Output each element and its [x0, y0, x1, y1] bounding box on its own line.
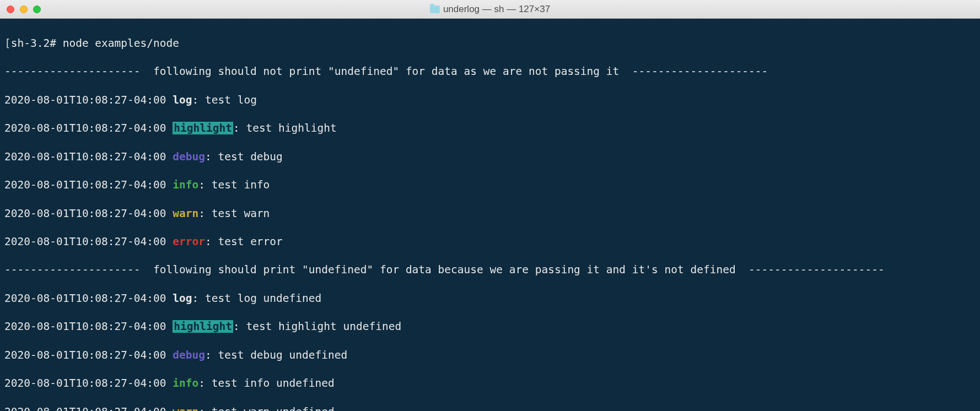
maximize-button[interactable]: [33, 6, 41, 13]
level-debug: debug: [173, 150, 205, 163]
terminal-window: underlog — sh — 127×37 [sh-3.2# node exa…: [0, 0, 980, 411]
log-line: 2020-08-01T10:08:27-04:00 warn: test war…: [4, 405, 976, 411]
close-button[interactable]: [7, 6, 14, 13]
log-line: 2020-08-01T10:08:27-04:00 error: test er…: [4, 235, 976, 249]
log-line: 2020-08-01T10:08:27-04:00 log: test log: [4, 93, 976, 107]
level-debug: debug: [173, 349, 205, 361]
log-line: 2020-08-01T10:08:27-04:00 warn: test war…: [4, 207, 976, 221]
log-line: 2020-08-01T10:08:27-04:00 highlight: tes…: [4, 121, 976, 136]
window-title: underlog — sh — 127×37: [443, 4, 550, 15]
level-error: error: [173, 235, 205, 248]
log-line: 2020-08-01T10:08:27-04:00 debug: test de…: [4, 348, 976, 363]
level-warn: warn: [173, 207, 198, 220]
separator-2: --------------------- following should p…: [4, 263, 976, 277]
log-line: 2020-08-01T10:08:27-04:00 highlight: tes…: [4, 320, 976, 334]
command: node examples/node: [63, 37, 179, 50]
shell-prompt: sh-3.2#: [11, 37, 63, 50]
minimize-button[interactable]: [20, 6, 28, 13]
folder-icon: [430, 6, 440, 13]
level-info: info: [173, 179, 198, 191]
titlebar[interactable]: underlog — sh — 127×37: [0, 0, 980, 19]
level-log: log: [173, 292, 192, 305]
log-line: 2020-08-01T10:08:27-04:00 log: test log …: [4, 291, 976, 306]
separator-1: --------------------- following should n…: [4, 64, 976, 79]
window-title-area: underlog — sh — 127×37: [430, 4, 550, 15]
log-line: 2020-08-01T10:08:27-04:00 info: test inf…: [4, 178, 976, 192]
traffic-lights: [7, 6, 41, 13]
level-highlight: highlight: [173, 320, 233, 333]
level-warn: warn: [173, 405, 198, 411]
terminal-content[interactable]: [sh-3.2# node examples/node ------------…: [0, 19, 980, 411]
log-line: 2020-08-01T10:08:27-04:00 info: test inf…: [4, 376, 976, 391]
level-log: log: [173, 94, 192, 106]
prompt-line: [sh-3.2# node examples/node: [4, 36, 976, 51]
level-highlight: highlight: [173, 122, 233, 134]
log-line: 2020-08-01T10:08:27-04:00 debug: test de…: [4, 150, 976, 164]
level-info: info: [173, 377, 198, 390]
